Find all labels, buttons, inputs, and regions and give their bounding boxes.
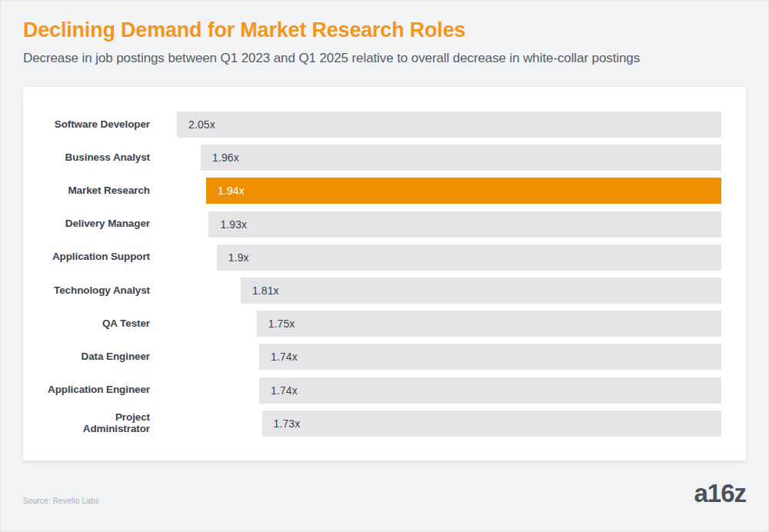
bar: 1.94x — [206, 178, 721, 204]
chart-header: Declining Demand for Market Research Rol… — [23, 19, 746, 66]
bar-value-label: 1.74x — [259, 351, 298, 363]
bar: 1.73x — [262, 411, 721, 437]
chart-row: Market Research 1.94x — [48, 178, 721, 204]
chart-row: Application Support 1.9x — [48, 244, 721, 271]
bar-value-label: 1.74x — [259, 384, 298, 397]
bar-track: 1.81x — [177, 278, 721, 304]
bar-value-label: 2.05x — [177, 118, 215, 131]
bar-value-label: 1.93x — [208, 218, 247, 231]
bar-value-label: 1.75x — [257, 318, 295, 330]
chart-row: Project Administrator 1.73x — [48, 411, 721, 437]
bar: 1.74x — [259, 344, 721, 370]
bar-track: 1.9x — [177, 244, 721, 271]
bar: 2.05x — [177, 111, 721, 138]
source-note: Source: Revelio Labs — [23, 497, 99, 505]
bar: 1.75x — [257, 311, 721, 337]
chart-row: Data Engineer 1.74x — [48, 344, 721, 370]
category-label: QA Tester — [48, 318, 150, 330]
bar: 1.74x — [259, 377, 721, 404]
category-label: Delivery Manager — [48, 218, 150, 230]
category-label: Project Administrator — [48, 412, 150, 435]
bar-track: 2.05x — [177, 111, 721, 138]
chart-row: Application Engineer 1.74x — [48, 377, 721, 404]
chart-card: Software Developer 2.05x Business Analys… — [23, 87, 746, 461]
page-title: Declining Demand for Market Research Rol… — [23, 19, 746, 42]
bar-value-label: 1.81x — [241, 284, 279, 297]
bar: 1.81x — [241, 278, 721, 304]
bar-track: 1.74x — [177, 377, 721, 404]
category-label: Market Research — [48, 185, 150, 197]
chart-row: Delivery Manager 1.93x — [48, 211, 721, 238]
chart-row: Business Analyst 1.96x — [48, 145, 721, 171]
page-subtitle: Decrease in job postings between Q1 2023… — [23, 51, 746, 66]
category-label: Data Engineer — [48, 351, 150, 363]
bar: 1.9x — [217, 244, 721, 271]
bar-value-label: 1.73x — [262, 417, 301, 430]
bar: 1.93x — [208, 211, 721, 238]
bar-track: 1.96x — [177, 145, 721, 171]
chart-row: QA Tester 1.75x — [48, 311, 721, 337]
bar-track: 1.94x — [177, 178, 721, 204]
category-label: Application Support — [48, 251, 150, 263]
chart-row: Technology Analyst 1.81x — [48, 278, 721, 304]
bar-track: 1.93x — [177, 211, 721, 238]
a16z-logo: a16z — [694, 480, 746, 506]
category-label: Technology Analyst — [48, 285, 150, 297]
bar-value-label: 1.94x — [206, 185, 245, 197]
category-label: Business Analyst — [48, 152, 150, 164]
page: { "page": { "background": "#f2f3f5", "ca… — [0, 0, 769, 532]
bar-track: 1.74x — [177, 344, 721, 370]
bar-value-label: 1.9x — [217, 251, 249, 264]
bar-track: 1.75x — [177, 311, 721, 337]
bar: 1.96x — [201, 145, 721, 171]
bar-track: 1.73x — [177, 411, 721, 437]
bar-value-label: 1.96x — [201, 151, 239, 164]
category-label: Software Developer — [48, 119, 150, 131]
chart-row: Software Developer 2.05x — [48, 111, 721, 138]
chart-rows: Software Developer 2.05x Business Analys… — [48, 111, 721, 437]
category-label: Application Engineer — [48, 384, 150, 396]
